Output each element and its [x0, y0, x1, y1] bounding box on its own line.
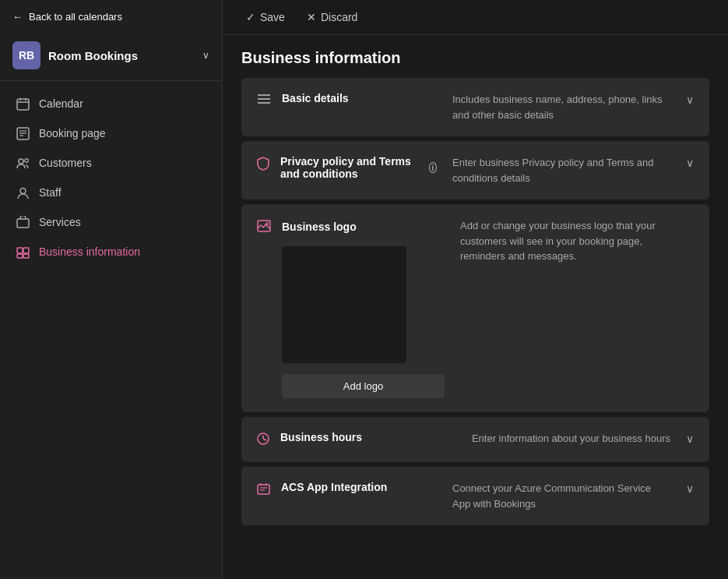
- back-link-label: Back to all calendars: [29, 11, 122, 23]
- save-label: Save: [260, 11, 285, 23]
- sidebar-item-business-label: Business information: [39, 245, 140, 258]
- card-privacy-left: Privacy policy and Terms and conditions …: [257, 155, 437, 180]
- main-content: ✓ Save ✕ Discard Business information Ba…: [223, 0, 728, 579]
- card-business-logo[interactable]: Business logo Add logo Add or change you…: [241, 204, 709, 412]
- business-info-icon: [16, 245, 30, 259]
- basic-details-icon: [257, 94, 271, 108]
- workspace-info[interactable]: RB Room Bookings: [12, 41, 138, 69]
- acs-integration-chevron-icon: ∨: [686, 482, 694, 495]
- discard-label: Discard: [321, 11, 357, 23]
- sidebar-item-calendar[interactable]: Calendar: [0, 89, 222, 118]
- discard-button[interactable]: ✕ Discard: [302, 8, 362, 26]
- card-basic-details[interactable]: Basic details Includes business name, ad…: [241, 78, 709, 136]
- discard-icon: ✕: [307, 11, 316, 23]
- business-hours-chevron-icon: ∨: [686, 432, 694, 445]
- privacy-info-badge: i: [429, 162, 437, 173]
- card-acs-integration[interactable]: ACS App Integration Connect your Azure C…: [241, 467, 709, 525]
- privacy-policy-title: Privacy policy and Terms and conditions …: [280, 155, 437, 180]
- svg-rect-12: [17, 248, 23, 253]
- sidebar-item-business-info[interactable]: Business information: [0, 237, 222, 267]
- privacy-policy-title-area: Privacy policy and Terms and conditions …: [280, 155, 437, 180]
- card-business-hours[interactable]: Business hours Enter information about y…: [241, 417, 709, 462]
- workspace-header: RB Room Bookings ∨: [0, 34, 222, 81]
- workspace-chevron-icon[interactable]: ∨: [202, 50, 209, 61]
- basic-details-title: Basic details: [282, 92, 349, 104]
- services-icon: [16, 215, 30, 229]
- customers-icon: [16, 156, 30, 170]
- sidebar-item-services[interactable]: Services: [0, 207, 222, 237]
- svg-line-23: [263, 439, 266, 440]
- logo-card-header: Business logo: [257, 218, 445, 235]
- sidebar-item-customers-label: Customers: [39, 157, 92, 169]
- business-hours-title: Business hours: [280, 431, 362, 443]
- business-logo-title: Business logo: [282, 221, 357, 233]
- svg-point-20: [266, 223, 269, 225]
- toolbar: ✓ Save ✕ Discard: [223, 0, 728, 35]
- svg-rect-24: [258, 485, 269, 494]
- page-title: Business information: [223, 35, 728, 78]
- content-area: Basic details Includes business name, ad…: [223, 78, 728, 544]
- avatar: RB: [12, 41, 40, 69]
- sidebar-item-staff[interactable]: Staff: [0, 178, 222, 207]
- card-business-hours-left: Business hours: [257, 431, 456, 448]
- sidebar-item-staff-label: Staff: [39, 186, 62, 199]
- add-logo-button[interactable]: Add logo: [282, 374, 445, 398]
- svg-point-10: [20, 188, 26, 193]
- logo-preview-box: [282, 246, 406, 363]
- svg-rect-0: [17, 99, 29, 110]
- staff-icon: [16, 185, 30, 199]
- sidebar-item-booking-label: Booking page: [39, 127, 106, 139]
- sidebar-item-services-label: Services: [39, 216, 81, 228]
- acs-integration-desc: Connect your Azure Communication Service…: [452, 481, 670, 511]
- sidebar-item-customers[interactable]: Customers: [0, 148, 222, 178]
- calendar-icon: [16, 97, 30, 111]
- workspace-name: Room Bookings: [48, 49, 138, 62]
- business-logo-desc: Add or change your business logo that yo…: [460, 218, 678, 264]
- privacy-policy-chevron-icon: ∨: [686, 157, 694, 169]
- back-arrow-icon: ←: [12, 11, 23, 23]
- acs-integration-icon: [257, 482, 270, 499]
- svg-point-8: [19, 159, 23, 164]
- svg-rect-11: [17, 219, 29, 228]
- business-hours-desc: Enter information about your business ho…: [472, 431, 670, 447]
- card-privacy-policy[interactable]: Privacy policy and Terms and conditions …: [241, 141, 709, 199]
- sidebar: ← Back to all calendars RB Room Bookings…: [0, 0, 223, 579]
- business-logo-icon: [257, 220, 271, 235]
- sidebar-item-calendar-label: Calendar: [39, 97, 83, 110]
- svg-rect-14: [17, 254, 23, 258]
- svg-rect-13: [23, 248, 29, 253]
- acs-integration-title: ACS App Integration: [281, 481, 387, 493]
- basic-details-desc: Includes business name, address, phone, …: [452, 92, 670, 122]
- svg-rect-15: [23, 254, 29, 258]
- privacy-policy-desc: Enter business Privacy policy and Terms …: [452, 155, 670, 185]
- booking-page-icon: [16, 126, 30, 140]
- business-hours-icon: [257, 432, 269, 448]
- logo-card-left: Business logo Add logo: [257, 218, 445, 398]
- back-link[interactable]: ← Back to all calendars: [0, 0, 222, 34]
- save-icon: ✓: [246, 11, 255, 23]
- sidebar-item-booking-page[interactable]: Booking page: [0, 118, 222, 148]
- privacy-policy-icon: [257, 157, 269, 174]
- nav-list: Calendar Booking page: [0, 81, 222, 579]
- card-acs-left: ACS App Integration: [257, 481, 437, 499]
- basic-details-chevron-icon: ∨: [686, 94, 694, 106]
- svg-point-9: [24, 158, 28, 162]
- save-button[interactable]: ✓ Save: [241, 8, 290, 26]
- card-basic-details-left: Basic details: [257, 92, 437, 108]
